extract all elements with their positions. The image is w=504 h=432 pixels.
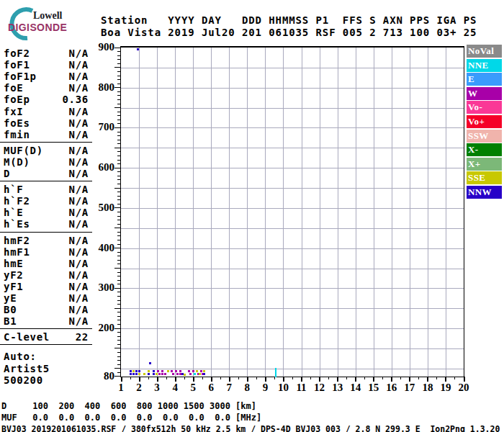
gridline-horizontal xyxy=(121,148,464,148)
param-value: N/A xyxy=(69,145,89,156)
y-minor-tick xyxy=(117,76,121,76)
x-tick-label: 6 xyxy=(202,382,220,394)
y-minor-tick xyxy=(117,115,121,116)
y-major-tick xyxy=(114,248,121,248)
param-row: yF1N/A xyxy=(4,281,90,292)
gridline-vertical xyxy=(175,48,176,377)
digisonde-logo: Lowell DIGISONDE xyxy=(3,3,89,39)
y-major-tick xyxy=(114,127,121,128)
echo-point xyxy=(199,373,201,375)
y-minor-tick xyxy=(117,99,121,100)
x-major-tick xyxy=(301,377,302,382)
y-tick-label: 400 xyxy=(87,242,114,254)
muf-row: MUF 0.0 0.0 0.0 0.0 0.0 0.0 0.0 0.0 [MHz… xyxy=(1,413,261,423)
legend-item-ssw: SSW xyxy=(467,130,502,143)
param-row: foF1pN/A xyxy=(4,71,90,81)
x-tick-label: 1 xyxy=(112,382,130,394)
y-minor-tick xyxy=(117,364,121,365)
y-minor-tick xyxy=(117,63,121,64)
gridline-horizontal xyxy=(121,208,464,209)
gridline-vertical xyxy=(428,48,428,377)
y-tick-label: 300 xyxy=(87,282,114,294)
y-minor-tick xyxy=(117,143,121,144)
x-minor-tick xyxy=(238,377,239,379)
param-value: 0.36 xyxy=(62,94,89,105)
y-minor-tick xyxy=(117,240,121,240)
x-major-tick xyxy=(175,377,176,382)
y-minor-tick xyxy=(117,232,121,233)
y-minor-tick xyxy=(117,372,121,373)
param-separator xyxy=(0,344,92,345)
x-major-tick xyxy=(229,377,230,382)
y-minor-tick xyxy=(117,176,121,176)
y-minor-tick xyxy=(117,292,121,292)
x-major-tick xyxy=(157,377,158,382)
y-minor-tick xyxy=(117,160,121,161)
param-label: h`Es xyxy=(4,218,30,230)
x-tick-label: 19 xyxy=(437,382,454,394)
x-tick-label: 17 xyxy=(401,382,418,394)
header-field-values: Boa Vista 2019 Jul20 201 061035 RSF 005 … xyxy=(101,27,477,38)
param-label: B1 xyxy=(4,315,17,327)
y-minor-tick xyxy=(117,140,121,140)
y-minor-tick xyxy=(117,316,121,317)
y-minor-tick xyxy=(117,171,121,172)
y-minor-tick xyxy=(117,220,121,220)
y-minor-tick xyxy=(117,55,121,56)
x-minor-tick xyxy=(148,377,149,379)
param-row: DN/A xyxy=(4,168,90,179)
echo-point xyxy=(164,373,166,375)
distance-row: D 100 200 400 600 800 1000 1500 3000 [km… xyxy=(1,401,256,411)
y-minor-tick xyxy=(117,360,121,361)
param-label: yF2 xyxy=(4,269,23,281)
param-row: M(D)N/A xyxy=(4,156,90,167)
gridline-vertical xyxy=(410,48,410,377)
echo-point xyxy=(138,370,140,372)
param-value: N/A xyxy=(69,304,89,315)
x-tick-label: 20 xyxy=(455,382,472,394)
param-value: N/A xyxy=(69,48,89,59)
param-label: foF1 xyxy=(4,59,30,71)
param-label: h`E xyxy=(4,207,23,218)
y-minor-tick xyxy=(117,235,121,236)
autoscaler-info-row: 500200 xyxy=(4,374,90,385)
y-minor-tick xyxy=(117,79,121,80)
y-minor-tick xyxy=(117,91,121,92)
y-major-tick xyxy=(114,228,121,228)
gridline-vertical xyxy=(338,48,338,377)
gridline-horizontal xyxy=(121,348,464,349)
x-tick-label: 7 xyxy=(220,382,238,394)
y-tick-label: 900 xyxy=(87,41,114,53)
param-value: N/A xyxy=(69,82,89,94)
param-label: MUF(D) xyxy=(4,145,43,156)
y-major-tick xyxy=(114,168,121,168)
y-minor-tick xyxy=(117,356,121,357)
legend-item-noval: NoVal xyxy=(467,45,502,58)
x-minor-tick xyxy=(454,377,455,379)
gridline-vertical xyxy=(320,48,320,377)
x-major-tick xyxy=(319,377,320,382)
y-major-tick xyxy=(114,87,121,88)
x-tick-label: 4 xyxy=(166,382,184,394)
y-minor-tick xyxy=(117,344,121,345)
y-tick-label: 600 xyxy=(87,161,114,174)
autoscaler-info-label: 500200 xyxy=(4,374,43,386)
y-minor-tick xyxy=(117,340,121,341)
y-minor-tick xyxy=(117,284,121,284)
y-minor-tick xyxy=(117,332,121,333)
y-minor-tick xyxy=(117,95,121,96)
echo-point xyxy=(153,370,155,372)
y-minor-tick xyxy=(117,300,121,301)
y-minor-tick xyxy=(117,224,121,225)
y-minor-tick xyxy=(117,352,121,353)
gridline-vertical xyxy=(139,48,140,377)
y-tick-label: 500 xyxy=(87,202,114,214)
x-minor-tick xyxy=(364,377,365,379)
gridline-horizontal xyxy=(121,88,464,89)
echo-point xyxy=(203,370,205,372)
gridline-vertical xyxy=(283,48,284,377)
echo-point xyxy=(171,370,173,372)
param-label: D xyxy=(4,168,10,179)
legend-item-e: E xyxy=(467,73,502,86)
y-minor-tick xyxy=(117,71,121,72)
